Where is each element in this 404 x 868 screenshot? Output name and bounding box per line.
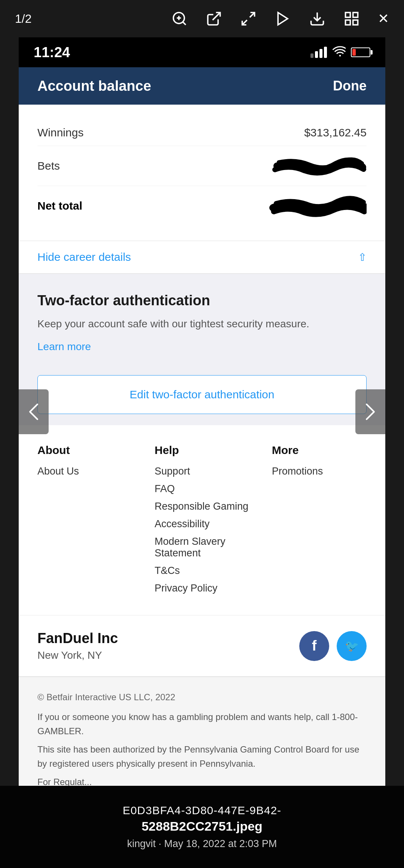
footer-links-section: About About Us Help Support FAQ Responsi… (19, 425, 385, 615)
hide-career-label: Hide career details (37, 251, 131, 263)
bets-value-redacted (269, 153, 367, 179)
hide-career-toggle[interactable]: Hide career details ⇧ (19, 241, 385, 274)
file-info-overlay: E0D3BFA4-3D80-447E-9B42- 5288B2CC2751.jp… (0, 786, 404, 868)
net-total-row: Net total (37, 186, 367, 226)
file-metadata: kingvit · May 18, 2022 at 2:03 PM (127, 838, 277, 850)
authorization-text: This site has been authorized by the Pen… (37, 742, 367, 771)
footer-about-title: About (37, 444, 132, 457)
footer-about-col: About About Us (37, 444, 132, 600)
redact-scribble-2-icon (269, 193, 367, 219)
footer-about-us-link[interactable]: About Us (37, 466, 132, 477)
copyright-text: © Betfair Interactive US LLC, 2022 (37, 692, 367, 702)
svg-line-5 (250, 13, 255, 18)
tfa-section: Two-factor authentication Keep your acco… (19, 274, 385, 364)
zoom-in-icon[interactable] (171, 10, 188, 27)
winnings-label: Winnings (37, 126, 83, 139)
status-time: 11:24 (34, 44, 70, 61)
close-button[interactable]: ✕ (378, 11, 389, 27)
edit-tfa-button[interactable]: Edit two-factor authentication (37, 375, 367, 414)
nav-next-button[interactable] (355, 389, 385, 434)
app-header: Account balance Done (19, 67, 385, 105)
regulatory-text: For Regulat... (37, 775, 367, 786)
svg-rect-10 (353, 13, 358, 18)
net-total-value-redacted (269, 193, 367, 219)
share-icon[interactable] (206, 10, 222, 27)
legal-section: © Betfair Interactive US LLC, 2022 If yo… (19, 676, 385, 786)
wifi-icon (332, 46, 346, 59)
facebook-icon: f (312, 638, 317, 654)
footer-more-col: More Promotions (272, 444, 367, 600)
social-links: f 🐦 (299, 631, 367, 661)
winnings-value: $313,162.45 (304, 126, 367, 139)
nav-prev-button[interactable] (19, 389, 49, 434)
filename-full: 5288B2CC2751.jpeg (141, 819, 262, 834)
filename-hash: E0D3BFA4-3D80-447E-9B42- (123, 804, 281, 817)
footer-support-link[interactable]: Support (154, 466, 249, 477)
chevron-right-icon (365, 402, 376, 421)
play-icon[interactable] (275, 10, 291, 27)
svg-rect-11 (353, 20, 358, 25)
redact-scribble-icon (269, 153, 367, 179)
fullscreen-icon[interactable] (240, 10, 257, 27)
status-bar: 11:24 (19, 37, 385, 67)
svg-point-13 (339, 55, 341, 56)
viewer-controls: ✕ (171, 10, 389, 27)
grid-icon[interactable] (343, 10, 360, 27)
company-location: New York, NY (37, 649, 118, 661)
bets-row: Bets (37, 146, 367, 186)
svg-rect-9 (346, 13, 351, 18)
balance-card: Winnings $313,162.45 Bets Net total (19, 105, 385, 241)
footer-help-title: Help (154, 444, 249, 457)
svg-line-4 (212, 13, 220, 20)
footer-promotions-link[interactable]: Promotions (272, 466, 367, 477)
company-info: FanDuel Inc New York, NY (37, 630, 118, 661)
svg-line-1 (183, 22, 186, 25)
twitter-icon: 🐦 (345, 639, 359, 652)
gambling-disclaimer: If you or someone you know has a gamblin… (37, 710, 367, 739)
download-icon[interactable] (309, 10, 325, 27)
footer-responsible-gaming-link[interactable]: Responsible Gaming (154, 501, 249, 512)
page-indicator: 1/2 (15, 12, 31, 26)
footer-help-col: Help Support FAQ Responsible Gaming Acce… (154, 444, 249, 600)
viewer-toolbar: 1/2 ✕ (0, 0, 404, 37)
signal-icon (310, 47, 327, 58)
footer-tcs-link[interactable]: T&Cs (154, 565, 249, 577)
edit-tfa-label: Edit two-factor authentication (130, 388, 275, 401)
facebook-button[interactable]: f (299, 631, 329, 661)
footer-more-title: More (272, 444, 367, 457)
status-icons (310, 46, 370, 59)
header-title: Account balance (37, 78, 151, 94)
learn-more-link[interactable]: Learn more (37, 341, 91, 352)
footer-privacy-link[interactable]: Privacy Policy (154, 583, 249, 594)
tfa-description: Keep your account safe with our tightest… (37, 316, 367, 332)
bets-label: Bets (37, 160, 60, 172)
chevron-left-icon (28, 402, 39, 421)
svg-marker-7 (278, 13, 288, 25)
net-total-label: Net total (37, 200, 82, 212)
svg-rect-12 (346, 20, 351, 25)
winnings-row: Winnings $313,162.45 (37, 120, 367, 146)
footer-faq-link[interactable]: FAQ (154, 483, 249, 495)
battery-icon (351, 47, 370, 57)
footer-modern-slavery-link[interactable]: Modern Slavery Statement (154, 536, 249, 559)
svg-line-6 (242, 20, 247, 25)
company-section: FanDuel Inc New York, NY f 🐦 (19, 615, 385, 676)
chevron-up-icon: ⇧ (358, 251, 367, 263)
phone-frame: 11:24 Account balance D (19, 37, 385, 786)
footer-accessibility-link[interactable]: Accessibility (154, 518, 249, 530)
company-name: FanDuel Inc (37, 630, 118, 646)
twitter-button[interactable]: 🐦 (337, 631, 367, 661)
tfa-title: Two-factor authentication (37, 293, 367, 309)
done-button[interactable]: Done (333, 78, 367, 94)
